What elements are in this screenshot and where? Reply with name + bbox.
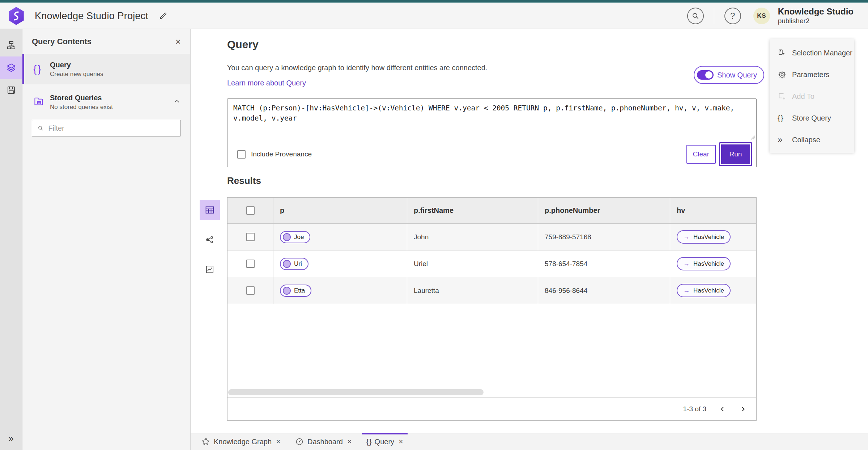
page-description: You can query a knowledge graph to ident… xyxy=(227,64,487,72)
entity-pill[interactable]: Joe xyxy=(280,231,310,243)
collapse-button[interactable]: » Collapse xyxy=(770,129,854,151)
rail-save-button[interactable] xyxy=(0,79,22,101)
cell-phonenumber: 846-956-8644 xyxy=(545,287,587,295)
column-header-p[interactable]: p xyxy=(280,206,284,215)
selection-manager-button[interactable]: Selection Manager xyxy=(770,42,854,64)
tab-dashboard[interactable]: Dashboard × xyxy=(291,433,356,450)
learn-more-link[interactable]: Learn more about Query xyxy=(227,79,306,87)
panel-close-icon[interactable]: × xyxy=(175,37,181,46)
entity-label: Joe xyxy=(294,234,304,241)
panel-title: Query Contents xyxy=(32,37,92,46)
pagination-bar: 1-3 of 3 xyxy=(227,397,756,420)
editor-toolbar: Include Provenance Clear Run xyxy=(227,141,756,167)
entity-node-icon xyxy=(283,287,291,295)
query-textarea[interactable]: MATCH (p:Person)-[hv:HasVehicle]->(v:Veh… xyxy=(227,99,756,141)
page-title: Query xyxy=(227,38,259,51)
user-name: Knowledge Studio xyxy=(778,7,854,16)
entity-pill[interactable]: Uri xyxy=(280,258,309,270)
column-header-phonenumber[interactable]: p.phoneNumber xyxy=(545,206,600,215)
tab-close-icon[interactable]: × xyxy=(347,438,352,446)
horizontal-scrollbar[interactable] xyxy=(228,389,484,395)
row-checkbox[interactable] xyxy=(246,233,255,241)
help-button[interactable]: ? xyxy=(724,8,741,24)
layers-icon xyxy=(6,63,16,73)
cell-phonenumber: 578-654-7854 xyxy=(545,260,587,268)
gear-icon xyxy=(778,70,787,79)
app-logo[interactable] xyxy=(8,7,25,25)
avatar[interactable]: KS xyxy=(753,8,770,24)
include-provenance-checkbox[interactable] xyxy=(237,150,246,159)
graph-view-button[interactable] xyxy=(200,230,220,250)
edit-title-button[interactable] xyxy=(158,11,168,21)
bottom-tab-bar: Knowledge Graph × Dashboard × { } Query … xyxy=(191,433,868,450)
selection-manager-label: Selection Manager xyxy=(792,49,852,57)
tab-close-icon[interactable]: × xyxy=(399,438,403,446)
sidebar-item-query[interactable]: { } Query Create new queries xyxy=(22,54,190,84)
tab-label: Dashboard xyxy=(307,438,343,446)
store-query-button[interactable]: { } Store Query xyxy=(770,107,854,129)
sidebar-item-stored-queries[interactable]: Stored Queries No stored queries exist xyxy=(22,90,190,114)
run-button[interactable]: Run xyxy=(720,143,751,165)
cell-phonenumber: 759-889-57168 xyxy=(545,233,591,241)
sidebar-item-query-description: Create new queries xyxy=(50,71,103,78)
search-icon xyxy=(691,12,700,20)
app-header: Knowledge Studio Project ? KS Knowledge … xyxy=(0,3,868,29)
chevron-left-icon xyxy=(719,405,727,413)
table-view-button[interactable] xyxy=(200,200,220,220)
search-button[interactable] xyxy=(687,8,704,24)
next-page-button[interactable] xyxy=(739,405,747,413)
project-title: Knowledge Studio Project xyxy=(35,10,148,22)
column-header-hv[interactable]: hv xyxy=(677,206,685,215)
add-to-button: Add To xyxy=(770,85,854,107)
previous-page-button[interactable] xyxy=(719,405,727,413)
show-query-toggle[interactable]: Show Query xyxy=(694,66,764,84)
toggle-track[interactable] xyxy=(697,70,714,80)
braces-icon: { } xyxy=(33,64,50,75)
query-editor: MATCH (p:Person)-[hv:HasVehicle]->(v:Veh… xyxy=(227,98,757,167)
entity-node-icon xyxy=(283,233,291,241)
relationship-label: HasVehicle xyxy=(693,260,724,268)
braces-icon: { } xyxy=(366,438,371,446)
clear-button[interactable]: Clear xyxy=(686,145,716,164)
tab-close-icon[interactable]: × xyxy=(276,438,281,446)
arrow-right-icon: → xyxy=(683,260,690,268)
relationship-pill[interactable]: → HasVehicle xyxy=(677,284,731,297)
tab-label: Knowledge Graph xyxy=(214,438,272,446)
knowledge-graph-icon xyxy=(201,437,210,446)
row-checkbox[interactable] xyxy=(246,286,255,295)
rail-layers-button[interactable] xyxy=(0,56,22,79)
collapse-section-button[interactable] xyxy=(173,97,181,107)
relationship-pill[interactable]: → HasVehicle xyxy=(677,230,731,244)
filter-input[interactable] xyxy=(48,124,175,133)
rail-sitemap-button[interactable] xyxy=(0,34,22,56)
table-icon xyxy=(205,205,215,215)
column-header-firstname[interactable]: p.firstName xyxy=(414,206,454,215)
pagination-range: 1-3 of 3 xyxy=(683,405,706,413)
rail-expand-button[interactable]: » xyxy=(8,433,13,444)
selected-accent-bar xyxy=(22,54,24,84)
show-query-label: Show Query xyxy=(717,71,757,79)
braces-icon: { } xyxy=(778,114,783,122)
row-checkbox[interactable] xyxy=(246,260,255,268)
entity-pill[interactable]: Etta xyxy=(280,285,311,297)
stored-queries-label: Stored Queries xyxy=(50,94,113,102)
sitemap-icon xyxy=(7,41,16,50)
cell-firstname: Uriel xyxy=(414,260,428,268)
select-all-checkbox[interactable] xyxy=(246,206,255,215)
store-query-label: Store Query xyxy=(792,114,831,122)
table-row: Joe John 759-889-57168 → HasVehicle xyxy=(227,224,756,251)
entity-label: Uri xyxy=(294,260,302,268)
user-block[interactable]: Knowledge Studio publisher2 xyxy=(778,7,854,25)
chart-view-button[interactable] xyxy=(200,259,220,279)
tab-knowledge-graph[interactable]: Knowledge Graph × xyxy=(197,433,285,450)
chart-icon xyxy=(205,265,214,274)
pencil-icon xyxy=(158,11,168,21)
tab-query[interactable]: { } Query × xyxy=(362,433,408,450)
user-role: publisher2 xyxy=(778,17,854,25)
main-content: Query You can query a knowledge graph to… xyxy=(191,29,868,433)
filter-field[interactable] xyxy=(32,120,181,136)
resize-handle[interactable] xyxy=(751,135,755,140)
results-title: Results xyxy=(227,175,261,186)
parameters-button[interactable]: Parameters xyxy=(770,64,854,85)
relationship-pill[interactable]: → HasVehicle xyxy=(677,257,731,270)
